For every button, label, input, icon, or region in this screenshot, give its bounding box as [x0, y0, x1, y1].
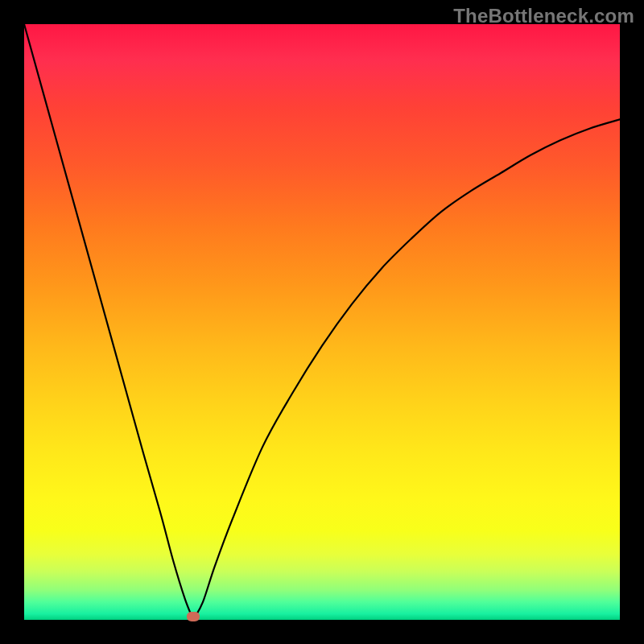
plot-area: [24, 24, 620, 620]
watermark-text: TheBottleneck.com: [453, 5, 634, 27]
chart-frame: TheBottleneck.com: [0, 0, 644, 644]
bottleneck-curve: [24, 24, 620, 620]
minimum-marker: [187, 612, 200, 621]
curve-path: [24, 24, 620, 620]
